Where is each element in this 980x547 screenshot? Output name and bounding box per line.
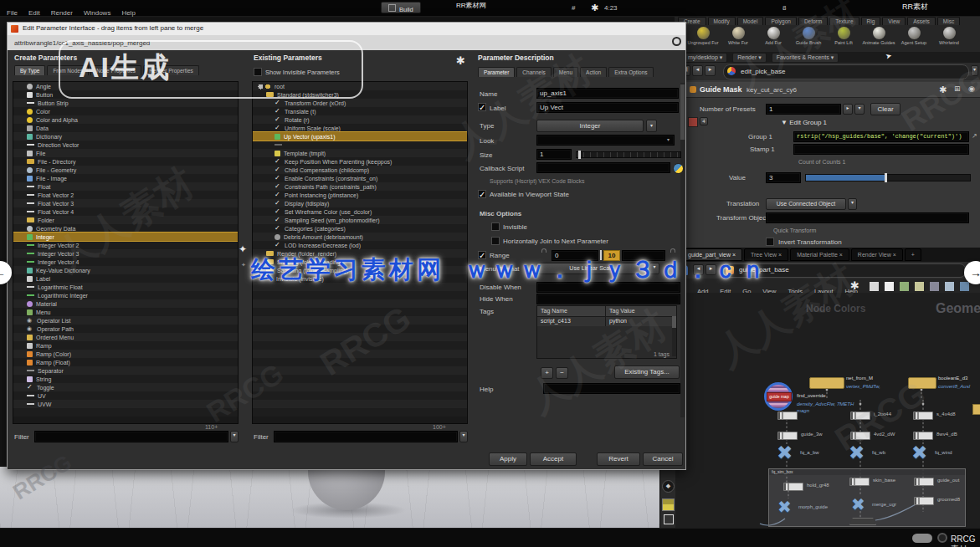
existing-parm-row[interactable]: ✓Set Wireframe Color (use_dcolor) [253,207,467,216]
existing-parm-row[interactable]: ✓Translate (t) [253,107,467,115]
translation-arrow-button[interactable]: ▾ [848,198,857,210]
existing-parm-row[interactable]: ✓LOD Increase/Decrease (lod) [253,241,467,249]
node-small[interactable] [914,497,934,505]
shelf-tab-model[interactable]: Model [737,17,764,25]
existing-parm-row[interactable]: Up Vector (upaxis1) [253,132,467,141]
parm-type-row[interactable]: Logarithmic Float [13,283,238,291]
node-cross[interactable]: ✖ [849,444,865,461]
value-field[interactable]: 3 [766,172,801,183]
parm-type-row[interactable]: ◉Operator List [13,316,238,325]
parm-type-row[interactable]: Color [13,107,238,115]
existing-parm-row[interactable] [253,391,467,400]
tab-by-type[interactable]: By Type [14,65,45,75]
num-presets-field[interactable]: 1 [766,104,841,115]
flag-red-button[interactable] [688,117,698,127]
existing-parm-row[interactable]: ✓Constraints Path (constraints_path) [253,182,467,191]
shelf-tool-paint-lift[interactable]: Paint Lift [827,27,860,45]
parm-type-row[interactable]: Ramp (Color) [13,350,238,358]
preset-menu-button[interactable]: ▾ [854,104,865,115]
net-icon-2[interactable] [899,281,910,292]
existing-parm-row[interactable] [253,308,467,316]
pane-chip-render[interactable]: Render ▾ [732,53,766,63]
layout-icon[interactable] [662,498,675,511]
shelf-tab-modify[interactable]: Modify [708,17,736,25]
hide-when-input[interactable] [536,294,680,304]
help-input[interactable] [543,383,680,394]
existing-parm-row[interactable]: ✓Categories (categories) [253,224,467,233]
expr-field[interactable]: rstrip("/hsp_guides/base", 'change("curr… [793,131,969,142]
existing-parm-row[interactable]: ✓Enable Constraints (constraints_on) [253,174,467,182]
existing-filter-menu-button[interactable]: ▾ [459,431,468,442]
existing-parm-row[interactable]: ✓Child Compensation (childcomp) [253,166,467,174]
parm-type-row[interactable]: Dictionary [13,132,238,141]
parm-type-row[interactable]: Menu [13,308,238,316]
existing-tags-button[interactable]: Existing Tags... [614,366,680,379]
accept-button[interactable]: Accept [530,452,577,466]
node-yellow-clipped[interactable] [972,404,980,415]
existing-parm-row[interactable]: ✓Display (tdisplay) [253,199,467,207]
tags-scrollbar[interactable] [672,316,676,356]
node-back-button[interactable]: ◂ [692,65,703,76]
join-checkbox[interactable] [491,237,500,245]
node-small[interactable] [777,432,798,440]
value-slider-handle[interactable] [885,173,887,182]
preview-icon[interactable]: ◉ [968,84,975,93]
parm-type-row[interactable]: Integer Vector 2 [13,241,238,249]
existing-parm-row[interactable] [253,375,467,383]
existing-parm-row[interactable]: ✓Sampling Seed (vm_photonmodifier) [253,216,467,224]
tag-row-value[interactable]: python [606,317,630,326]
tiny-view-icon[interactable] [664,514,674,524]
create-filter-menu-button[interactable]: ▾ [230,431,239,442]
existing-parm-row[interactable] [253,400,467,408]
existing-parm-row[interactable]: ✓Transform Order (xOrd) [253,99,467,107]
shelf-tool-animate-guides[interactable]: Animate Guides [862,27,895,45]
parm-type-row[interactable]: Button Strip [13,99,238,107]
parm-type-row[interactable]: Float Vector 3 [13,199,238,207]
parm-type-row[interactable]: ◉Operator Path [13,325,238,333]
net-icon-4[interactable] [929,281,940,292]
existing-parm-row[interactable] [253,366,467,375]
pane-tab-material-palette[interactable]: Material Palette × [790,248,849,261]
viewport[interactable] [0,467,659,528]
existing-parm-row[interactable] [253,358,467,366]
shelf-tab-misc[interactable]: Misc [937,17,960,25]
tab-extra-options[interactable]: Extra Options [608,67,653,77]
callback-input[interactable] [536,162,670,173]
node-cross[interactable]: ✖ [911,444,927,461]
net-star-icon[interactable]: ✱ [850,279,859,292]
existing-parm-row[interactable]: Debris Amount (debrisamount) [253,233,467,241]
parm-type-row[interactable]: Float Vector 4 [13,207,238,216]
tab-menu[interactable]: Menu [553,67,578,77]
parm-type-row[interactable]: File - Directory [13,157,238,166]
shelf-tool-white-fur[interactable]: White Fur [721,27,755,45]
node-output[interactable] [849,518,876,525]
tag-row-name[interactable]: script_c413 [537,317,606,326]
menu-file[interactable]: File [7,9,18,17]
shelf-tab-deform[interactable]: Deform [798,17,828,25]
clear-button[interactable]: Clear [870,103,900,115]
parm-type-row[interactable]: UV [13,391,238,400]
parm-type-row[interactable]: Float Vector 2 [13,191,238,199]
parm-type-row[interactable]: Folder [13,216,238,224]
existing-parm-row[interactable] [253,299,467,308]
tags-table[interactable]: Tag Name Tag Value script_c413 python 1 … [536,305,677,359]
parm-type-row[interactable]: Float [13,182,238,191]
flag-count-button[interactable]: 4 [700,117,708,125]
net-icon-1[interactable] [884,281,895,292]
pane-tab-render-view[interactable]: Render View × [851,248,903,261]
copy-arrow-small-icon[interactable]: ✦ [241,262,246,268]
tag-remove-button[interactable]: − [556,367,568,379]
size-slider[interactable] [576,151,681,158]
parm-type-row[interactable]: Integer Vector 4 [13,258,238,266]
size-input[interactable]: 1 [536,149,572,160]
parm-type-row[interactable]: ✓Toggle [13,383,238,391]
expr-lang-icon[interactable]: ↗ [972,132,977,140]
status-capsule-icon[interactable] [912,534,932,543]
existing-parm-row[interactable] [253,316,467,325]
pane-tab-new[interactable]: + [905,248,921,261]
existing-parm-row[interactable]: ✓Rotate (r) [253,115,467,124]
parm-type-row[interactable]: Integer Vector 3 [13,249,238,258]
parm-type-row[interactable]: Color and Alpha [13,115,238,124]
net-icon-6[interactable] [959,281,970,292]
shelf-tab-polygon[interactable]: Polygon [765,17,797,25]
